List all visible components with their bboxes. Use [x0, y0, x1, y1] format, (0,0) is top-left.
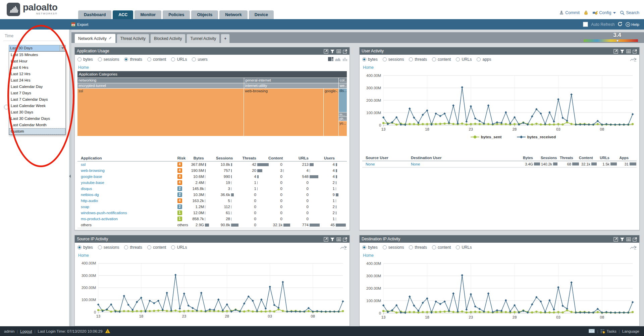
config-button[interactable]: Config [592, 10, 616, 15]
radio-threats[interactable]: threats [124, 245, 142, 250]
nav-tab-acc[interactable]: ACC [113, 10, 133, 19]
maximize-icon[interactable] [324, 237, 328, 241]
radio-urls[interactable]: URLs [456, 57, 472, 62]
filter-icon[interactable] [620, 237, 625, 241]
radio-urls[interactable]: URLs [456, 245, 472, 250]
commit-button[interactable]: Commit [559, 10, 580, 15]
export-icon[interactable] [343, 49, 347, 53]
list-icon[interactable] [336, 237, 341, 241]
list-icon[interactable] [626, 237, 631, 241]
help-button[interactable]: ? Help [626, 22, 639, 27]
radio-circle[interactable] [432, 57, 436, 61]
dropdown-item-last-15-minutes[interactable]: Last 15 Minutes [9, 52, 65, 58]
tab-blocked-activity[interactable]: Blocked Activity [150, 34, 185, 43]
application-link-google-base[interactable]: google-base [81, 175, 102, 179]
home-link[interactable]: Home [360, 252, 639, 258]
radio-circle[interactable] [124, 57, 128, 61]
radio-users[interactable]: users [192, 57, 207, 62]
application-link-http-audio[interactable]: http-audio [81, 199, 98, 203]
list-icon[interactable] [336, 49, 341, 53]
application-link-youtube-base[interactable]: youtube-base [81, 181, 104, 185]
auto-refresh-checkbox[interactable] [583, 22, 588, 27]
search-button[interactable]: Search [620, 10, 639, 15]
dropdown-item-last-6-hrs[interactable]: Last 6 Hrs [9, 64, 65, 71]
radio-sessions[interactable]: sessions [98, 245, 119, 250]
application-link-windows-push-notifications[interactable]: windows-push-notifications [81, 211, 127, 215]
radio-bytes[interactable]: bytes [362, 57, 378, 62]
radio-bytes[interactable]: bytes [362, 245, 378, 250]
home-link[interactable]: Home [75, 64, 350, 70]
dropdown-item-last-calendar-day[interactable]: Last Calendar Day [9, 84, 65, 90]
tab-network-activity[interactable]: Network Activity [74, 34, 116, 43]
destination-user-link[interactable]: None [411, 162, 420, 166]
dropdown-item-last-calendar-week[interactable]: Last Calendar Week [9, 103, 65, 109]
radio-circle[interactable] [77, 57, 82, 61]
radio-circle[interactable] [362, 57, 366, 61]
radio-circle[interactable] [456, 57, 460, 61]
maximize-icon[interactable] [613, 237, 618, 241]
radio-circle[interactable] [432, 245, 436, 249]
treemap-app-ph-[interactable]: ph... [339, 117, 347, 121]
radio-circle[interactable] [409, 245, 413, 249]
radio-circle[interactable] [98, 57, 102, 61]
area-view-icon[interactable] [335, 57, 340, 62]
hidden-radio[interactable] [4, 105, 9, 109]
treemap-app-yo-[interactable]: yo... [339, 121, 347, 136]
dropdown-item-last-12-hrs[interactable]: Last 12 Hrs [9, 71, 65, 77]
time-dropdown-value[interactable]: Last 30 Days [9, 45, 59, 51]
filter-icon[interactable] [330, 49, 335, 53]
radio-sessions[interactable]: sessions [98, 57, 119, 62]
mail-icon[interactable] [589, 329, 595, 334]
application-link-ms-product-activation[interactable]: ms-product-activation [81, 217, 118, 221]
radio-circle[interactable] [362, 245, 366, 249]
treemap-app-google-[interactable]: google-... [324, 89, 338, 136]
dropdown-item-last-hour[interactable]: Last Hour [9, 58, 65, 64]
application-link-ssl[interactable]: ssl [81, 162, 86, 166]
radio-circle[interactable] [192, 57, 196, 61]
treemap-category-general-internet[interactable]: general-internet [244, 78, 338, 83]
radio-content[interactable]: content [432, 245, 451, 250]
radio-circle[interactable] [383, 57, 387, 61]
radio-circle[interactable] [477, 57, 481, 61]
line-chart-edit-icon[interactable] [340, 245, 347, 250]
filter-icon[interactable] [620, 49, 625, 53]
radio-circle[interactable] [171, 57, 175, 61]
application-link-soap[interactable]: soap [81, 205, 89, 209]
lock-icon[interactable] [584, 10, 588, 15]
home-link[interactable]: Home [75, 252, 350, 258]
radio-sessions[interactable]: sessions [383, 57, 404, 62]
line-chart-edit-icon[interactable] [630, 57, 637, 62]
treemap-app-dis-[interactable]: dis... [339, 89, 347, 112]
radio-circle[interactable] [147, 57, 151, 61]
export-icon[interactable] [633, 49, 637, 53]
radio-threats[interactable]: threats [409, 57, 427, 62]
source-user-link[interactable]: None [366, 162, 375, 166]
treemap-app-m-[interactable]: m... [339, 112, 347, 116]
language-button[interactable]: Language [622, 329, 639, 333]
add-tab-button[interactable]: + [221, 34, 230, 43]
treemap-app-ssl[interactable]: ssl [77, 89, 244, 136]
radio-urls[interactable]: URLs [171, 245, 187, 250]
line-chart-edit-icon[interactable] [630, 245, 637, 250]
sidebar-collapse-icon[interactable] [69, 175, 71, 178]
tab-tunnel-activity[interactable]: Tunnel Activity [186, 34, 220, 43]
radio-circle[interactable] [77, 245, 82, 249]
treemap-view-icon[interactable] [328, 57, 333, 62]
export-button[interactable]: Export [71, 22, 88, 27]
radio-circle[interactable] [383, 245, 387, 249]
export-icon[interactable] [343, 237, 347, 241]
radio-circle[interactable] [98, 245, 102, 249]
radio-bytes[interactable]: bytes [77, 245, 93, 250]
nav-tab-dashboard[interactable]: Dashboard [78, 10, 111, 19]
nav-tab-device[interactable]: Device [249, 10, 274, 19]
dropdown-item-last-calendar-month[interactable]: Last Calendar Month [9, 122, 65, 128]
treemap-category-col-[interactable]: col... [339, 78, 347, 83]
radio-sessions[interactable]: sessions [383, 245, 404, 250]
radio-circle[interactable] [409, 57, 413, 61]
logout-link[interactable]: Logout [20, 329, 32, 333]
application-link-disqus[interactable]: disqus [81, 187, 92, 191]
dropdown-item-last-24-hrs[interactable]: Last 24 Hrs [9, 77, 65, 84]
nav-tab-policies[interactable]: Policies [163, 10, 190, 19]
treemap-app-web-browsing[interactable]: web-browsing [244, 89, 323, 136]
tasks-button[interactable]: Tasks [600, 329, 616, 334]
